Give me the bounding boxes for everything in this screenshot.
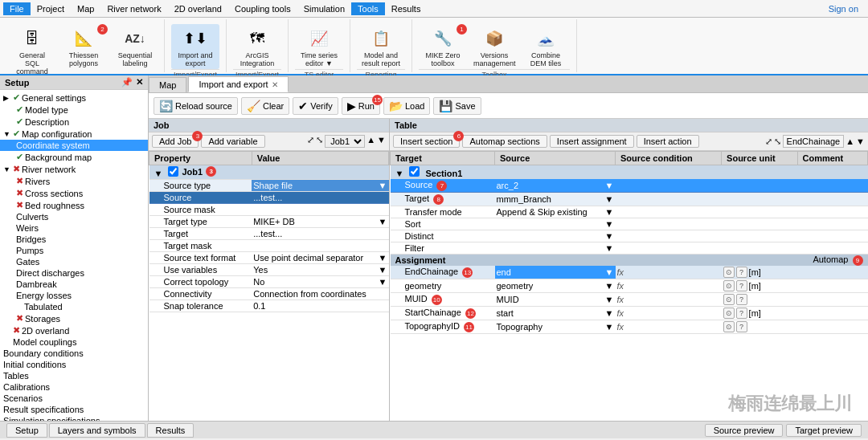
source-preview-button[interactable]: Source preview: [705, 424, 784, 437]
tree-item-bridges[interactable]: Bridges: [0, 234, 148, 245]
tree-item-result-specs[interactable]: Result specifications: [0, 404, 148, 415]
tree-item-dambreak[interactable]: Dambreak: [0, 279, 148, 290]
use-variables-row[interactable]: Use variables Yes ▼: [149, 264, 389, 276]
menu-2d[interactable]: 2D overland: [168, 2, 228, 15]
ribbon-btn-combine-dem[interactable]: 🗻 Combine DEM tiles: [522, 24, 570, 69]
endchainage-row[interactable]: EndChainage 13 ▼ end fx: [391, 266, 868, 279]
collapse-icon[interactable]: ⤢: [307, 135, 314, 148]
tree-item-weirs[interactable]: Weirs: [0, 222, 148, 234]
target-type-row[interactable]: Target type MIKE+ DB ▼: [149, 216, 389, 228]
tree-item-model-type[interactable]: ✔ Model type: [0, 104, 148, 116]
tree-item-map-config[interactable]: ▼ ✔ Map configuration: [0, 128, 148, 140]
menu-tools[interactable]: Tools: [351, 2, 385, 15]
snap-tolerance-row[interactable]: Snap tolerance 0.1: [149, 300, 389, 312]
distinct-row[interactable]: Distinct ▼: [391, 230, 868, 242]
target-mask-row[interactable]: Target mask: [149, 240, 389, 252]
insert-section-button[interactable]: Insert section 6: [393, 135, 460, 148]
automap-sections-button[interactable]: Automap sections: [462, 135, 547, 148]
muid-row[interactable]: MUID 10 MUID ▼ fx ⊙: [391, 293, 868, 307]
tree-item-rivers[interactable]: ✖ Rivers: [0, 175, 148, 187]
ribbon-btn-model-report[interactable]: 📋 Model and result report: [357, 24, 405, 69]
sign-on[interactable]: Sign on: [829, 4, 865, 14]
source-type-row[interactable]: Source type Shape file ▼: [149, 180, 389, 192]
menu-river[interactable]: River network: [100, 2, 167, 15]
sort-row[interactable]: Sort ▼: [391, 218, 868, 230]
menu-coupling[interactable]: Coupling tools: [228, 2, 297, 15]
status-tab-layers[interactable]: Layers and symbols: [49, 423, 145, 438]
tree-item-gates[interactable]: Gates: [0, 256, 148, 267]
tree-item-model-couplings[interactable]: Model couplings: [0, 336, 148, 348]
target-row[interactable]: Target ...test...: [149, 228, 389, 240]
status-tab-setup[interactable]: Setup: [6, 423, 47, 438]
target-data-row[interactable]: Target 8 mmm_Branch ▼: [391, 193, 868, 206]
source-mask-row[interactable]: Source mask: [149, 204, 389, 216]
ribbon-btn-thiessen[interactable]: 2 📐 Thiessen polygons: [59, 24, 108, 69]
save-button[interactable]: 💾 Save: [433, 97, 481, 115]
filter-row[interactable]: Filter ▼: [391, 242, 868, 255]
tree-item-storages[interactable]: ✖ Storages: [0, 312, 148, 324]
correct-topology-row[interactable]: Correct topology No ▼: [149, 276, 389, 288]
ribbon-btn-import-export[interactable]: ⬆⬇ Import and export: [171, 24, 219, 69]
table-nav-down[interactable]: ▼: [856, 136, 865, 146]
assignment-section-row[interactable]: Assignment Automap 9: [391, 255, 868, 267]
table-expand-icon[interactable]: ⤡: [774, 136, 781, 147]
reload-source-button[interactable]: 🔄 Reload source: [154, 97, 238, 115]
source-data-row[interactable]: Source 7 arc_2 ▼: [391, 179, 868, 193]
tree-item-tables[interactable]: Tables: [0, 370, 148, 381]
target-preview-button[interactable]: Target preview: [786, 424, 862, 437]
ribbon-btn-sequential[interactable]: AZ↓ Sequential labeling: [111, 24, 159, 69]
tree-item-bed-roughness[interactable]: ✖ Bed roughness: [0, 199, 148, 211]
tree-item-calibrations[interactable]: Calibrations: [0, 381, 148, 393]
table-collapse-icon[interactable]: ⤢: [765, 136, 772, 147]
table-nav-up[interactable]: ▲: [845, 136, 854, 146]
job-nav-down[interactable]: ▼: [377, 135, 386, 148]
load-button[interactable]: 📂 Load: [383, 97, 430, 115]
setup-close-icon[interactable]: ✕: [136, 77, 143, 88]
source-row[interactable]: Source ...test...: [149, 192, 389, 204]
run-button[interactable]: 15 ▶ Run: [342, 97, 380, 115]
tree-item-energy-losses[interactable]: Energy losses: [0, 290, 148, 301]
add-variable-button[interactable]: Add variable: [201, 135, 264, 148]
tree-item-initial-conds[interactable]: Initial conditions: [0, 359, 148, 370]
tree-item-cross-sections[interactable]: ✖ Cross sections: [0, 187, 148, 199]
job-select[interactable]: Job1: [325, 135, 365, 148]
section1-row[interactable]: ▼ Section1: [391, 165, 868, 180]
startchainage-row[interactable]: StartChainage 12 start ▼ fx: [391, 307, 868, 320]
tree-item-pumps[interactable]: Pumps: [0, 245, 148, 256]
ribbon-btn-versions[interactable]: 📦 Versions management: [470, 24, 518, 69]
setup-pin-icon[interactable]: 📌: [121, 77, 133, 88]
tab-map[interactable]: Map: [149, 77, 186, 92]
tree-item-coord-system[interactable]: Coordinate system: [0, 140, 148, 151]
expand-icon[interactable]: ⤡: [316, 135, 323, 148]
tree-item-general-settings[interactable]: ▶ ✔ General settings: [0, 92, 148, 104]
tree-item-boundary-conds[interactable]: Boundary conditions: [0, 348, 148, 359]
tree-item-direct-discharges[interactable]: Direct discharges: [0, 267, 148, 279]
tree-item-background-map[interactable]: ✔ Background map: [0, 151, 148, 163]
ribbon-btn-mike-zero[interactable]: 1 🔧 MIKE Zero toolbox: [419, 24, 467, 69]
tree-item-river-network[interactable]: ▼ ✖ River network: [0, 163, 148, 175]
tree-item-2d-overland[interactable]: ✖ 2D overland: [0, 324, 148, 336]
job-nav-up[interactable]: ▲: [366, 135, 375, 148]
topographyid-row[interactable]: TopographyID 11 Topography ▼ fx: [391, 320, 868, 334]
tab-close-icon[interactable]: ✕: [272, 80, 278, 89]
tree-item-culverts[interactable]: Culverts: [0, 211, 148, 222]
transfer-mode-row[interactable]: Transfer mode Append & Skip existing ▼: [391, 206, 868, 218]
ribbon-btn-ts-editor[interactable]: 📈 Time series editor ▼: [295, 24, 343, 69]
ribbon-btn-arcgis[interactable]: 🗺 ArcGIS Integration: [233, 24, 281, 69]
menu-map[interactable]: Map: [71, 2, 100, 15]
add-job-button[interactable]: Add Job 3: [152, 135, 199, 148]
insert-assignment-button[interactable]: Insert assignment: [550, 135, 634, 148]
tab-import-export[interactable]: Import and export ✕: [188, 76, 288, 92]
insert-action-button[interactable]: Insert action: [637, 135, 699, 148]
menu-simulation[interactable]: Simulation: [297, 2, 351, 15]
clear-button[interactable]: 🧹 Clear: [241, 97, 289, 115]
connectivity-row[interactable]: Connectivity Connection from coordinates: [149, 288, 389, 300]
ribbon-btn-general-sql[interactable]: 🗄 General SQL command: [8, 24, 56, 77]
geometry-row[interactable]: geometry geometry ▼ fx ⊙ ?: [391, 279, 868, 293]
tree-item-scenarios[interactable]: Scenarios: [0, 393, 148, 404]
menu-project[interactable]: Project: [31, 2, 71, 15]
verify-button[interactable]: ✔ Verify: [293, 97, 338, 115]
menu-results[interactable]: Results: [385, 2, 428, 15]
tree-item-description[interactable]: ✔ Description: [0, 116, 148, 128]
job1-row[interactable]: ▼ Job1 3: [149, 165, 389, 180]
